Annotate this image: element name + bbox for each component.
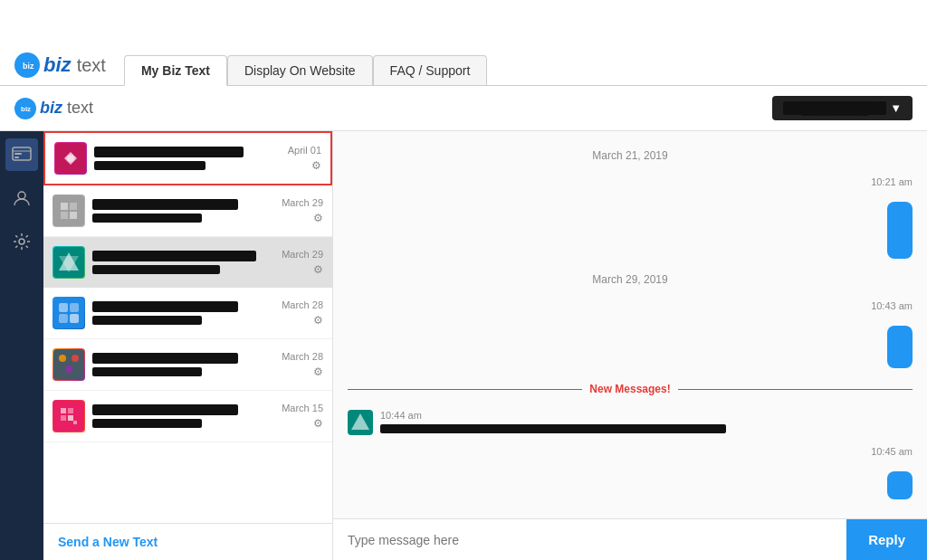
sidebar-item-messages[interactable] (5, 138, 38, 171)
contact-avatar (53, 348, 85, 381)
sidebar-item-settings[interactable] (5, 225, 38, 258)
top-logo-brand: biz text (43, 53, 106, 77)
top-nav: biz biz text My Biz Text Display On Webs… (0, 0, 927, 86)
svg-point-26 (59, 355, 66, 362)
contact-meta: April 01 ⚙ (288, 145, 321, 172)
svg-point-27 (72, 355, 79, 362)
contact-item[interactable]: March 29 ⚙ (43, 185, 332, 237)
contact-info (92, 353, 274, 376)
date-separator: March 21, 2019 (348, 149, 913, 162)
gear-icon[interactable]: ⚙ (313, 212, 323, 224)
contact-date: March 29 (282, 197, 323, 208)
contact-item[interactable]: March 28 ⚙ (43, 339, 332, 391)
svg-rect-30 (61, 408, 66, 413)
contact-meta: March 28 ⚙ (282, 351, 323, 378)
divider-line-left (348, 389, 582, 390)
contact-name (92, 251, 256, 261)
contact-meta: March 29 ⚙ (282, 249, 323, 276)
contact-message-preview (92, 367, 202, 376)
gear-icon[interactable]: ⚙ (313, 417, 323, 430)
app-header: biz biz text ████████ ▼ (0, 86, 927, 131)
svg-rect-16 (70, 212, 77, 219)
svg-rect-7 (14, 157, 19, 158)
contact-meta: March 29 ⚙ (282, 197, 323, 224)
gear-icon[interactable]: ⚙ (311, 159, 321, 172)
contact-info (94, 147, 281, 170)
app-logo-icon: biz (14, 98, 36, 119)
svg-rect-21 (59, 303, 68, 312)
contact-date: March 28 (282, 299, 323, 310)
contact-message-preview (92, 265, 220, 274)
chevron-down-icon: ▼ (890, 101, 902, 115)
svg-rect-22 (70, 303, 79, 312)
svg-text:biz: biz (23, 62, 34, 71)
contact-name (92, 301, 238, 312)
sidebar-icons (0, 131, 43, 560)
svg-rect-12 (53, 195, 84, 226)
contact-meta: March 28 ⚙ (282, 299, 323, 327)
new-messages-label: New Messages! (589, 383, 670, 395)
contact-name (92, 404, 238, 415)
message-time: 10:45 am (348, 446, 913, 457)
contact-name (92, 199, 238, 210)
svg-rect-33 (68, 415, 73, 421)
incoming-avatar (348, 410, 373, 435)
svg-rect-23 (59, 314, 68, 323)
contact-info (92, 199, 274, 223)
svg-rect-34 (73, 421, 77, 424)
reply-button[interactable]: Reply (846, 519, 927, 560)
contact-message-preview (94, 161, 205, 170)
message-time: 10:21 am (348, 176, 913, 187)
message-bubble (887, 326, 913, 368)
gear-icon[interactable]: ⚙ (313, 263, 323, 276)
contact-date: March 15 (282, 403, 323, 413)
message-text (380, 424, 726, 433)
svg-point-28 (65, 365, 72, 373)
main-area: biz biz text ████████ ▼ (0, 86, 927, 560)
app-logo: biz biz text (14, 98, 93, 119)
contact-name (92, 353, 238, 364)
svg-rect-14 (70, 203, 77, 210)
tab-my-biz-text[interactable]: My Biz Text (124, 55, 227, 86)
send-new-text-button[interactable]: Send a New Text (43, 523, 332, 560)
header-dropdown[interactable]: ████████ ▼ (772, 96, 913, 120)
svg-point-9 (19, 239, 24, 244)
contact-item[interactable]: March 29 ⚙ (43, 237, 332, 288)
contact-item[interactable]: March 15 ⚙ (43, 391, 332, 442)
divider-line-right (678, 389, 913, 390)
svg-rect-6 (14, 153, 22, 155)
contact-info (92, 251, 274, 274)
contact-meta: March 15 ⚙ (282, 403, 323, 430)
contact-avatar (53, 297, 85, 329)
chat-messages: March 21, 2019 10:21 am March 29, 2019 1… (333, 131, 927, 518)
message-input[interactable] (333, 520, 846, 560)
svg-rect-15 (61, 212, 68, 219)
svg-rect-31 (68, 408, 73, 413)
tab-faq-support[interactable]: FAQ / Support (373, 55, 488, 85)
svg-rect-13 (61, 203, 68, 210)
contact-info (92, 301, 274, 325)
contact-name (94, 147, 244, 157)
message-time: 10:43 am (348, 300, 913, 311)
incoming-message-row: 10:44 am (348, 410, 913, 435)
svg-rect-25 (53, 349, 84, 380)
sidebar-item-contacts[interactable] (5, 182, 38, 214)
contact-item[interactable]: March 28 ⚙ (43, 288, 332, 339)
contact-item[interactable]: April 01 ⚙ (43, 131, 332, 185)
contact-message-preview (92, 419, 202, 428)
header-dropdown-label: ████████ (783, 101, 886, 115)
message-bubble (887, 202, 913, 259)
svg-rect-20 (53, 298, 84, 328)
gear-icon[interactable]: ⚙ (313, 365, 323, 378)
svg-rect-24 (70, 314, 79, 323)
top-logo-icon: biz (14, 52, 40, 78)
contact-message-preview (92, 214, 202, 223)
content-row: April 01 ⚙ (0, 131, 927, 560)
contact-list: April 01 ⚙ (43, 131, 333, 560)
tab-display-on-website[interactable]: Display On Website (227, 55, 373, 85)
chat-input-row: Reply (333, 518, 927, 560)
message-time: 10:44 am (380, 410, 913, 421)
gear-icon[interactable]: ⚙ (313, 314, 323, 327)
contact-date: March 29 (282, 249, 323, 260)
app-logo-brand: biz text (40, 99, 93, 118)
